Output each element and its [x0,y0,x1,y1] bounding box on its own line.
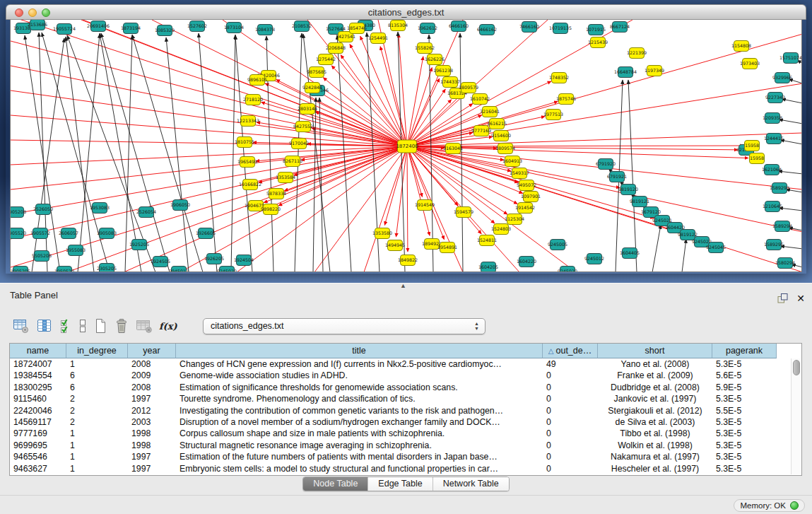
graph-node-label: 1875746 [556,96,576,101]
scrollbar-thumb[interactable] [793,360,800,375]
table-row[interactable]: 911546021997Tourette syndrome. Phenomeno… [10,393,790,404]
column-header-in_degree[interactable]: in_degree [66,344,128,358]
graph-node-label: 1589294 [772,223,792,228]
graph-edge [67,146,407,272]
table-cell: Embryonic stem cells: a model to study s… [176,463,543,474]
table-cell: Hescheler et al. (1997) [598,463,712,474]
graph-node-label: 9245005 [548,242,567,247]
column-header-out_de[interactable]: △out_de… [543,344,598,358]
table-options-button[interactable] [13,317,30,335]
table-row[interactable]: 1830029562008Estimation of significance … [10,382,790,393]
table-cell: Yano et al. (2008) [598,358,712,370]
column-header-title[interactable]: title [176,344,543,358]
delete-table-button[interactable] [136,317,153,335]
table-row[interactable]: 1938455462009Genome-wide association stu… [10,370,790,381]
table-cell: 0 [543,440,598,451]
graph-node-label: 1125304 [505,216,524,221]
graph-node-label: 9875685 [307,69,326,74]
create-column-button[interactable] [93,317,107,335]
table-selector-dropdown[interactable]: citations_edges.txt ▲▼ [203,318,486,334]
graph-node-label: 1626226 [425,57,445,62]
row-tools-button[interactable] [78,317,87,335]
graph-node-label: 2526050 [33,206,53,211]
table-selector-value: citations_edges.txt [211,321,284,331]
close-panel-button[interactable]: ✕ [796,293,805,303]
graph-node-label: 19055724 [53,26,76,31]
graph-node-label: 15751074 [779,55,802,60]
table-cell: Franke et al. (2009) [598,370,712,381]
network-canvas[interactable]: 1931383215368619055724206914061873194108… [10,20,802,272]
network-graph[interactable]: 1931383215368619055724206914061873194108… [11,20,802,272]
select-all-functions-button[interactable] [59,317,72,335]
table-cell: 5.3E-5 [712,416,777,428]
column-header-name[interactable]: name [10,344,66,358]
delete-columns-button[interactable] [114,317,129,335]
graph-node-label: 1926205 [204,256,224,261]
graph-node-label: 1973403 [740,61,760,66]
memory-status[interactable]: Memory: OK [734,499,805,512]
cytoscape-desktop: citations_edges.txt 19313832153686190557… [0,0,812,284]
memory-ok-icon [790,501,799,510]
graph-node-label: 1353580 [372,230,392,235]
graph-edge [125,35,132,272]
float-window-icon [777,293,788,303]
tab-network-table[interactable]: Network Table [433,477,509,491]
graph-node-label: 2803144 [298,106,317,111]
attribute-table: namein_degreeyeartitle△out_de…shortpager… [9,343,802,476]
graph-node-label: 1679120 [641,209,661,214]
column-header-short[interactable]: short [598,344,712,358]
function-builder-button[interactable]: f(x) [159,317,177,335]
graph-node-label: 1209358 [763,115,782,120]
tab-edge-table[interactable]: Edge Table [367,477,432,491]
graph-node-label: 1906050 [170,202,190,207]
table-cell: 6 [66,370,128,381]
graph-node-label: 1589295 [764,242,784,247]
column-header-pagerank[interactable]: pagerank [712,344,777,358]
graph-node-label: 1604220 [517,259,536,264]
graph-node-label: 1809579 [459,85,478,90]
table-cell: Changes of HCN gene expression and I(f) … [176,358,543,370]
graph-node-label: 1953083 [90,205,110,210]
graph-node-label: 1527644 [326,26,346,31]
table-row[interactable]: 2242004622012Investigating the contribut… [10,405,790,416]
table-row[interactable]: 946362711997Embryonic stem cells: a mode… [10,463,790,474]
table-cell: 2009 [128,370,176,381]
graph-node-label: 1221399 [627,50,647,55]
graph-node-label: 9245020 [217,269,237,272]
graph-node-label: 15958 [750,156,764,160]
graph-node-label: 9245012 [584,256,604,261]
show-columns-button[interactable] [36,317,53,335]
table-row[interactable]: 977716911998Corpus callosum shape and si… [10,428,790,439]
table-cell: 0 [543,451,598,462]
column-header-year[interactable]: year [128,344,176,358]
graph-edge [364,146,407,272]
network-window-titlebar[interactable]: citations_edges.txt [6,4,806,20]
float-panel-button[interactable] [777,289,788,308]
graph-node-label: 1872400 [396,144,418,149]
table-scrollbar[interactable] [791,358,801,474]
graph-edge [407,146,680,232]
table-cell: 1 [66,358,128,370]
table-cell: 0 [543,370,598,381]
table-cell: Nakamura et al. (1997) [598,451,712,462]
table-row[interactable]: 946554611997Estimation of the future num… [10,451,790,462]
status-bar: Memory: OK [0,495,812,514]
table-cell: 0 [543,463,598,474]
graph-node-label: 9163041 [443,146,463,151]
graph-node-label: 9777169 [471,128,491,133]
table-cell: Estimation of the future numbers of pati… [176,451,543,462]
table-cell: 1 [66,451,128,462]
graph-node-label: 1621064 [762,167,782,172]
graph-node-label: 1748352 [549,75,569,80]
graph-node-label: 1589293 [770,185,789,190]
table-row[interactable]: 1872400712008Changes of HCN gene express… [10,358,790,370]
table-row[interactable]: 1456911722003Disruption of a novel membe… [10,416,790,428]
table-cell: 5.3E-5 [712,440,777,451]
tab-node-table[interactable]: Node Table [303,477,367,491]
sort-ascending-icon: △ [548,347,554,355]
graph-edge [11,146,407,165]
graph-node-label: 1854746 [347,25,367,30]
graph-node-label: 1849822 [398,257,418,262]
memory-status-label: Memory: OK [740,501,786,510]
table-row[interactable]: 969969511998Structural magnetic resonanc… [10,440,790,451]
